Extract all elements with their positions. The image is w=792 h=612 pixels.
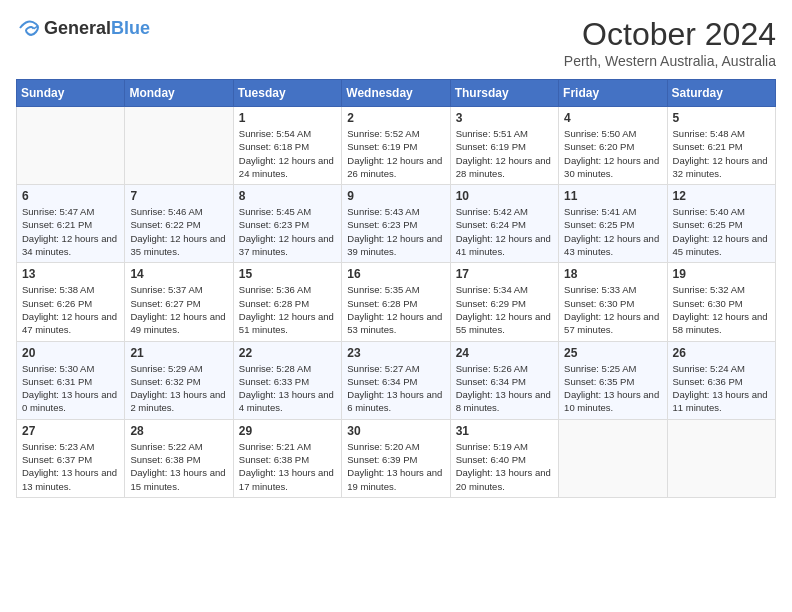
day-info: Sunrise: 5:32 AM Sunset: 6:30 PM Dayligh… <box>673 283 770 336</box>
day-info: Sunrise: 5:19 AM Sunset: 6:40 PM Dayligh… <box>456 440 553 493</box>
day-number: 31 <box>456 424 553 438</box>
day-number: 20 <box>22 346 119 360</box>
calendar-cell: 27Sunrise: 5:23 AM Sunset: 6:37 PM Dayli… <box>17 419 125 497</box>
day-info: Sunrise: 5:27 AM Sunset: 6:34 PM Dayligh… <box>347 362 444 415</box>
day-info: Sunrise: 5:51 AM Sunset: 6:19 PM Dayligh… <box>456 127 553 180</box>
calendar-cell: 30Sunrise: 5:20 AM Sunset: 6:39 PM Dayli… <box>342 419 450 497</box>
day-number: 7 <box>130 189 227 203</box>
calendar-cell: 10Sunrise: 5:42 AM Sunset: 6:24 PM Dayli… <box>450 185 558 263</box>
location-title: Perth, Western Australia, Australia <box>564 53 776 69</box>
day-number: 21 <box>130 346 227 360</box>
calendar-cell: 28Sunrise: 5:22 AM Sunset: 6:38 PM Dayli… <box>125 419 233 497</box>
calendar-day-header: Thursday <box>450 80 558 107</box>
calendar-cell <box>125 107 233 185</box>
day-info: Sunrise: 5:23 AM Sunset: 6:37 PM Dayligh… <box>22 440 119 493</box>
day-number: 17 <box>456 267 553 281</box>
calendar-week-row: 13Sunrise: 5:38 AM Sunset: 6:26 PM Dayli… <box>17 263 776 341</box>
day-info: Sunrise: 5:25 AM Sunset: 6:35 PM Dayligh… <box>564 362 661 415</box>
logo-icon <box>16 16 40 40</box>
day-info: Sunrise: 5:24 AM Sunset: 6:36 PM Dayligh… <box>673 362 770 415</box>
calendar-cell: 16Sunrise: 5:35 AM Sunset: 6:28 PM Dayli… <box>342 263 450 341</box>
day-number: 29 <box>239 424 336 438</box>
day-number: 19 <box>673 267 770 281</box>
calendar-day-header: Wednesday <box>342 80 450 107</box>
calendar-cell: 18Sunrise: 5:33 AM Sunset: 6:30 PM Dayli… <box>559 263 667 341</box>
day-info: Sunrise: 5:43 AM Sunset: 6:23 PM Dayligh… <box>347 205 444 258</box>
calendar-week-row: 27Sunrise: 5:23 AM Sunset: 6:37 PM Dayli… <box>17 419 776 497</box>
calendar-day-header: Saturday <box>667 80 775 107</box>
day-number: 23 <box>347 346 444 360</box>
day-number: 3 <box>456 111 553 125</box>
logo: GeneralBlue <box>16 16 150 40</box>
calendar-cell: 6Sunrise: 5:47 AM Sunset: 6:21 PM Daylig… <box>17 185 125 263</box>
calendar-cell: 3Sunrise: 5:51 AM Sunset: 6:19 PM Daylig… <box>450 107 558 185</box>
calendar-cell: 11Sunrise: 5:41 AM Sunset: 6:25 PM Dayli… <box>559 185 667 263</box>
day-info: Sunrise: 5:29 AM Sunset: 6:32 PM Dayligh… <box>130 362 227 415</box>
day-number: 30 <box>347 424 444 438</box>
calendar-day-header: Tuesday <box>233 80 341 107</box>
day-number: 12 <box>673 189 770 203</box>
calendar-cell: 17Sunrise: 5:34 AM Sunset: 6:29 PM Dayli… <box>450 263 558 341</box>
day-info: Sunrise: 5:33 AM Sunset: 6:30 PM Dayligh… <box>564 283 661 336</box>
calendar-day-header: Monday <box>125 80 233 107</box>
day-info: Sunrise: 5:38 AM Sunset: 6:26 PM Dayligh… <box>22 283 119 336</box>
day-number: 10 <box>456 189 553 203</box>
calendar-cell: 31Sunrise: 5:19 AM Sunset: 6:40 PM Dayli… <box>450 419 558 497</box>
day-info: Sunrise: 5:52 AM Sunset: 6:19 PM Dayligh… <box>347 127 444 180</box>
day-number: 8 <box>239 189 336 203</box>
day-info: Sunrise: 5:35 AM Sunset: 6:28 PM Dayligh… <box>347 283 444 336</box>
calendar-cell: 12Sunrise: 5:40 AM Sunset: 6:25 PM Dayli… <box>667 185 775 263</box>
calendar-day-header: Sunday <box>17 80 125 107</box>
calendar-cell: 21Sunrise: 5:29 AM Sunset: 6:32 PM Dayli… <box>125 341 233 419</box>
calendar-cell: 29Sunrise: 5:21 AM Sunset: 6:38 PM Dayli… <box>233 419 341 497</box>
day-info: Sunrise: 5:46 AM Sunset: 6:22 PM Dayligh… <box>130 205 227 258</box>
calendar-cell: 5Sunrise: 5:48 AM Sunset: 6:21 PM Daylig… <box>667 107 775 185</box>
calendar-cell: 13Sunrise: 5:38 AM Sunset: 6:26 PM Dayli… <box>17 263 125 341</box>
day-number: 28 <box>130 424 227 438</box>
calendar-week-row: 20Sunrise: 5:30 AM Sunset: 6:31 PM Dayli… <box>17 341 776 419</box>
calendar-cell: 24Sunrise: 5:26 AM Sunset: 6:34 PM Dayli… <box>450 341 558 419</box>
day-info: Sunrise: 5:34 AM Sunset: 6:29 PM Dayligh… <box>456 283 553 336</box>
day-info: Sunrise: 5:47 AM Sunset: 6:21 PM Dayligh… <box>22 205 119 258</box>
day-number: 22 <box>239 346 336 360</box>
day-number: 24 <box>456 346 553 360</box>
calendar-cell <box>559 419 667 497</box>
day-info: Sunrise: 5:26 AM Sunset: 6:34 PM Dayligh… <box>456 362 553 415</box>
calendar-cell: 20Sunrise: 5:30 AM Sunset: 6:31 PM Dayli… <box>17 341 125 419</box>
day-info: Sunrise: 5:22 AM Sunset: 6:38 PM Dayligh… <box>130 440 227 493</box>
day-number: 26 <box>673 346 770 360</box>
calendar-cell: 4Sunrise: 5:50 AM Sunset: 6:20 PM Daylig… <box>559 107 667 185</box>
day-number: 4 <box>564 111 661 125</box>
day-number: 6 <box>22 189 119 203</box>
month-title: October 2024 <box>564 16 776 53</box>
day-number: 18 <box>564 267 661 281</box>
day-info: Sunrise: 5:40 AM Sunset: 6:25 PM Dayligh… <box>673 205 770 258</box>
calendar-cell: 8Sunrise: 5:45 AM Sunset: 6:23 PM Daylig… <box>233 185 341 263</box>
calendar-cell <box>667 419 775 497</box>
day-info: Sunrise: 5:54 AM Sunset: 6:18 PM Dayligh… <box>239 127 336 180</box>
calendar-cell: 9Sunrise: 5:43 AM Sunset: 6:23 PM Daylig… <box>342 185 450 263</box>
day-info: Sunrise: 5:45 AM Sunset: 6:23 PM Dayligh… <box>239 205 336 258</box>
logo-text-general: General <box>44 18 111 38</box>
calendar-cell: 26Sunrise: 5:24 AM Sunset: 6:36 PM Dayli… <box>667 341 775 419</box>
calendar-cell: 23Sunrise: 5:27 AM Sunset: 6:34 PM Dayli… <box>342 341 450 419</box>
day-info: Sunrise: 5:42 AM Sunset: 6:24 PM Dayligh… <box>456 205 553 258</box>
day-number: 27 <box>22 424 119 438</box>
day-info: Sunrise: 5:41 AM Sunset: 6:25 PM Dayligh… <box>564 205 661 258</box>
calendar-cell: 2Sunrise: 5:52 AM Sunset: 6:19 PM Daylig… <box>342 107 450 185</box>
calendar-cell: 22Sunrise: 5:28 AM Sunset: 6:33 PM Dayli… <box>233 341 341 419</box>
day-number: 16 <box>347 267 444 281</box>
calendar-cell: 19Sunrise: 5:32 AM Sunset: 6:30 PM Dayli… <box>667 263 775 341</box>
day-number: 2 <box>347 111 444 125</box>
calendar-cell: 7Sunrise: 5:46 AM Sunset: 6:22 PM Daylig… <box>125 185 233 263</box>
calendar-day-header: Friday <box>559 80 667 107</box>
day-number: 5 <box>673 111 770 125</box>
day-info: Sunrise: 5:48 AM Sunset: 6:21 PM Dayligh… <box>673 127 770 180</box>
day-number: 1 <box>239 111 336 125</box>
day-info: Sunrise: 5:20 AM Sunset: 6:39 PM Dayligh… <box>347 440 444 493</box>
day-number: 9 <box>347 189 444 203</box>
day-info: Sunrise: 5:36 AM Sunset: 6:28 PM Dayligh… <box>239 283 336 336</box>
calendar-cell: 1Sunrise: 5:54 AM Sunset: 6:18 PM Daylig… <box>233 107 341 185</box>
calendar-cell: 15Sunrise: 5:36 AM Sunset: 6:28 PM Dayli… <box>233 263 341 341</box>
day-info: Sunrise: 5:50 AM Sunset: 6:20 PM Dayligh… <box>564 127 661 180</box>
